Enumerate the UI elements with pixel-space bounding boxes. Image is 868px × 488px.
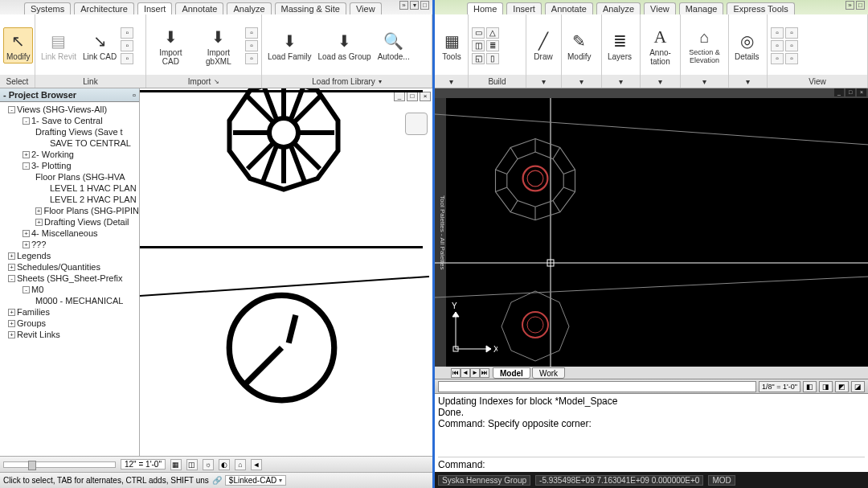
tree-node[interactable]: M000 - MECHANICAL <box>0 295 139 306</box>
group-label-draw-dd[interactable]: ▾ <box>526 75 561 88</box>
modify-button-r[interactable]: ✎Modify <box>565 28 593 63</box>
expand-icon[interactable]: + <box>35 207 42 215</box>
image-icon[interactable]: ▫ <box>245 40 258 51</box>
load-dropdown-icon[interactable]: ▾ <box>379 78 382 85</box>
tree-node[interactable]: Drafting Views (Save t <box>0 126 139 137</box>
command-input[interactable] <box>485 459 865 470</box>
tree-node[interactable]: +Revit Links <box>0 329 139 340</box>
revit-drawing-canvas[interactable]: _ □ × <box>140 88 432 456</box>
tab-analyze[interactable]: Analyze <box>227 2 271 14</box>
group-label-layers-dd[interactable]: ▾ <box>602 75 640 88</box>
shadows-icon[interactable]: ◐ <box>219 459 230 470</box>
insert-file-icon[interactable]: ▫ <box>245 27 258 39</box>
view-scale[interactable]: 12" = 1'-0" <box>121 459 166 470</box>
tab-view[interactable]: View <box>350 2 382 14</box>
group-label-anno-dd[interactable]: ▾ <box>641 75 680 88</box>
ucs-icon[interactable]: X Y <box>449 302 497 359</box>
expand-icon[interactable]: + <box>8 331 15 338</box>
layout-work-tab[interactable]: Work <box>532 367 565 379</box>
roof-icon[interactable]: △ <box>486 27 499 39</box>
tab-insert-r[interactable]: Insert <box>506 2 542 14</box>
expand-icon[interactable]: + <box>8 320 15 327</box>
import-cad-button[interactable]: ⬇ Import CAD <box>149 24 192 68</box>
manage-icon[interactable]: ▫ <box>245 53 258 64</box>
v5-icon[interactable]: ▫ <box>785 40 798 51</box>
ribbon-more-icon[interactable]: » <box>399 1 408 10</box>
v3-icon[interactable]: ▫ <box>771 53 784 64</box>
tab-annotate-r[interactable]: Annotate <box>545 2 593 14</box>
annotation-button[interactable]: AAnno-tation <box>644 24 677 68</box>
ribbon-collapse-icon[interactable]: □ <box>420 1 429 10</box>
link-cad-button[interactable]: ↘ Link CAD <box>80 28 119 63</box>
dialog-launcher-icon[interactable]: ↘ <box>214 78 219 85</box>
last-tab-icon[interactable]: ⏭ <box>480 368 489 378</box>
load-family-button[interactable]: ⬇ Load Family <box>265 28 313 63</box>
expand-icon[interactable]: - <box>8 106 15 113</box>
v6-icon[interactable]: ▫ <box>785 53 798 64</box>
tree-node[interactable]: +??? <box>0 239 139 250</box>
min-doc-icon[interactable]: _ <box>834 88 844 96</box>
minimize-icon[interactable]: _ <box>394 92 405 101</box>
zoom-slider[interactable] <box>3 461 116 468</box>
layer-dropdown[interactable] <box>438 381 756 392</box>
pointcloud-icon[interactable]: ▫ <box>121 53 133 64</box>
door-icon[interactable]: ◫ <box>472 40 485 51</box>
ribbon-help-icon[interactable]: ▾ <box>410 1 419 10</box>
expand-icon[interactable]: - <box>23 162 30 170</box>
tree-node[interactable]: Floor Plans (SHG-HVA <box>0 171 139 182</box>
tab-annotate[interactable]: Annotate <box>175 2 223 14</box>
acad-modelspace[interactable]: Tool Palettes - All Palettes <box>435 98 868 367</box>
modify-button[interactable]: ↖ Modify <box>3 27 33 64</box>
sun-path-icon[interactable]: ☼ <box>203 459 214 470</box>
layout-model-tab[interactable]: Model <box>493 367 530 379</box>
details-button[interactable]: ◎Details <box>732 28 762 63</box>
panel-options-icon[interactable]: ▫ <box>133 90 136 100</box>
project-browser-title[interactable]: - Project Browser ▫ <box>0 88 139 102</box>
v2-icon[interactable]: ▫ <box>771 40 784 51</box>
tree-node[interactable]: +Families <box>0 306 139 318</box>
group-label-details-dd[interactable]: ▾ <box>729 75 767 88</box>
tab-express[interactable]: Express Tools <box>727 2 794 14</box>
tree-node[interactable]: +2- Working <box>0 149 139 160</box>
tree-node[interactable]: LEVEL 1 HVAC PLAN <box>0 182 139 194</box>
next-tab-icon[interactable]: ► <box>470 368 480 378</box>
tab-home[interactable]: Home <box>467 2 503 14</box>
link-icon[interactable]: 🔗 <box>212 476 222 485</box>
tree-node[interactable]: -3- Plotting <box>0 160 139 171</box>
current-link-combo[interactable]: $Linked-CAD <box>225 475 286 486</box>
tree-node[interactable]: -Sheets (SHG_Sheet-Prefix <box>0 273 139 284</box>
tree-node[interactable]: -M0 <box>0 284 139 295</box>
crop-icon[interactable]: ⌂ <box>235 459 246 470</box>
tab-analyze-r[interactable]: Analyze <box>596 2 641 14</box>
tree-node[interactable]: +4- Miscellaneous <box>0 228 139 239</box>
col-icon[interactable]: ▯ <box>486 53 499 64</box>
expand-icon[interactable]: + <box>23 151 30 158</box>
tab-architecture[interactable]: Architecture <box>74 2 134 14</box>
collapse-icon[interactable]: - <box>3 90 6 100</box>
tree-node[interactable]: +Schedules/Quantities <box>0 261 139 273</box>
v4-icon[interactable]: ▫ <box>785 27 798 39</box>
tree-node[interactable]: +Floor Plans (SHG-PIPIN <box>0 205 139 216</box>
stair-icon[interactable]: ≣ <box>486 40 499 51</box>
close-doc-icon[interactable]: × <box>857 88 866 96</box>
expand-icon[interactable]: - <box>23 286 30 293</box>
detail-level-icon[interactable]: ▦ <box>170 459 182 470</box>
annoscale-combo[interactable]: 1/8" = 1'-0" <box>759 381 800 392</box>
group-label-tools-dd[interactable]: ▾ <box>435 75 468 88</box>
project-browser-tree[interactable]: -Views (SHG-Views-All)-1- Save to Centra… <box>0 102 139 456</box>
expand-icon[interactable]: - <box>8 275 15 282</box>
load-as-group-button[interactable]: ⬇ Load as Group <box>315 28 373 63</box>
expand-icon[interactable]: + <box>23 241 30 248</box>
tab-manage[interactable]: Manage <box>679 2 724 14</box>
hide-icon[interactable]: ◄ <box>251 459 262 470</box>
tree-node[interactable]: -Views (SHG-Views-All) <box>0 104 139 115</box>
layers-button[interactable]: ≣Layers <box>605 28 634 63</box>
expand-icon[interactable]: + <box>8 309 15 316</box>
more-tabs-icon[interactable]: » <box>845 1 854 10</box>
tools-button[interactable]: ▦Tools <box>438 28 465 63</box>
prev-tab-icon[interactable]: ◄ <box>461 368 470 378</box>
mode-indicator[interactable]: MOD <box>708 475 735 486</box>
close-view-icon[interactable]: × <box>420 92 431 101</box>
tree-node[interactable]: +Drafting Views (Detail <box>0 216 139 228</box>
maximize-icon[interactable]: □ <box>407 92 418 101</box>
